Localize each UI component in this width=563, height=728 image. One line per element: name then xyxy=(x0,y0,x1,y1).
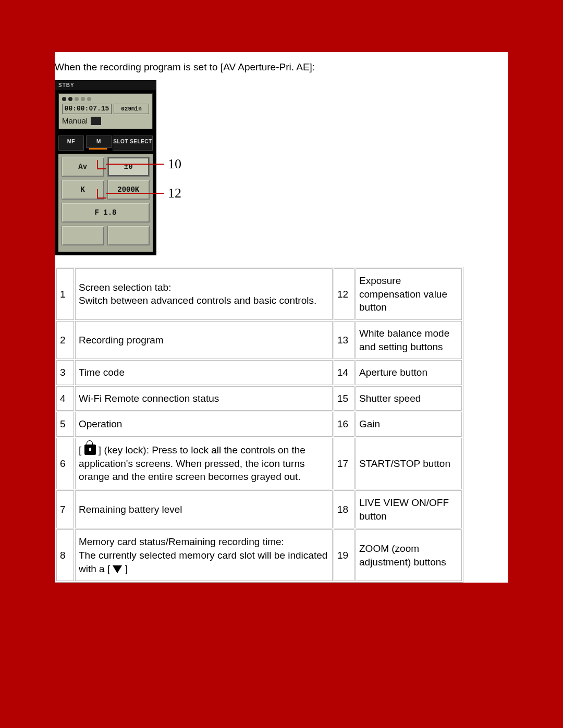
manual-page: When the recording program is set to [AV… xyxy=(55,52,508,583)
legend-desc: Exposure compensation value button xyxy=(356,268,462,320)
table-row: 4 Wi-Fi Remote connection status 15 Shut… xyxy=(56,386,462,411)
legend-num: 6 xyxy=(56,438,74,489)
callout-number: 12 xyxy=(164,187,181,200)
device-status: STBY xyxy=(55,81,156,90)
intro-text: When the recording program is set to [AV… xyxy=(55,61,508,80)
legend-desc: Time code xyxy=(75,360,333,385)
legend-text: Memory card status/Remaining recording t… xyxy=(79,535,329,549)
legend-desc: Operation xyxy=(75,412,333,437)
tab-dot xyxy=(87,97,91,101)
callout-12: 12 xyxy=(164,187,181,200)
table-row: 8 Memory card status/Remaining recording… xyxy=(56,529,462,581)
legend-desc: Screen selection tab: Switch between adv… xyxy=(75,268,333,320)
legend-num: 17 xyxy=(334,438,354,489)
legend-num: 2 xyxy=(56,321,74,359)
mf-button[interactable]: MF xyxy=(58,135,84,151)
legend-desc: Aperture button xyxy=(356,360,462,385)
legend-desc: White balance mode and setting buttons xyxy=(356,321,462,359)
legend-num: 15 xyxy=(334,386,354,411)
legend-num: 19 xyxy=(334,529,354,581)
legend-desc: LIVE VIEW ON/OFF button xyxy=(356,490,462,528)
timecode-display: 00:00:07.15 xyxy=(62,104,112,114)
m-underline xyxy=(89,148,107,150)
legend-desc: Recording program xyxy=(75,321,333,359)
legend-desc: Remaining battery level xyxy=(75,490,333,528)
device-callout-area: STBY 00:00:07.15 029min Manual xyxy=(55,80,508,255)
legend-num: 4 xyxy=(56,386,74,411)
legend-num: 12 xyxy=(334,268,354,320)
table-row: 3 Time code 14 Aperture button xyxy=(56,360,462,385)
table-row: 6 [ ] (key lock): Press to lock all the … xyxy=(56,438,462,489)
device-button-row: MF M SLOT SELECT xyxy=(55,132,156,154)
lock-icon xyxy=(84,445,96,455)
wb-value-button[interactable]: 2000K xyxy=(107,180,150,200)
m-button[interactable]: M xyxy=(86,135,112,148)
screen-tab-dots xyxy=(62,97,149,101)
callout-10: 10 xyxy=(164,157,181,171)
blank-button[interactable] xyxy=(107,226,150,245)
legend-num: 18 xyxy=(334,490,354,528)
legend-num: 14 xyxy=(334,360,354,385)
table-row: 7 Remaining battery level 18 LIVE VIEW O… xyxy=(56,490,462,528)
legend-desc: [ ] (key lock): Press to lock all the co… xyxy=(75,438,333,489)
callout-column: 10 12 xyxy=(164,80,181,200)
legend-desc: Shutter speed xyxy=(356,386,462,411)
table-row: 1 Screen selection tab: Switch between a… xyxy=(56,268,462,320)
legend-num: 1 xyxy=(56,268,74,320)
callout-number: 10 xyxy=(164,157,181,171)
table-row: 2 Recording program 13 White balance mod… xyxy=(56,321,462,359)
tab-dot xyxy=(68,97,72,101)
legend-desc: START/STOP button xyxy=(356,438,462,489)
blank-button[interactable] xyxy=(62,226,104,245)
callout-line xyxy=(106,193,164,194)
tab-dot xyxy=(75,97,79,101)
legend-num: 13 xyxy=(334,321,354,359)
legend-desc: Wi-Fi Remote connection status xyxy=(75,386,333,411)
legend-table: 1 Screen selection tab: Switch between a… xyxy=(55,267,463,583)
legend-num: 16 xyxy=(334,412,354,437)
mode-label: Manual xyxy=(62,116,88,126)
device-lcd-panel: 00:00:07.15 029min Manual xyxy=(58,93,153,129)
aperture-button[interactable]: F 1.8 xyxy=(62,203,150,223)
slot-select-button[interactable]: SLOT SELECT xyxy=(113,135,153,151)
legend-desc: Gain xyxy=(356,412,462,437)
legend-desc: ZOOM (zoom adjustment) buttons xyxy=(356,529,462,581)
legend-num: 8 xyxy=(56,529,74,581)
legend-desc: Memory card status/Remaining recording t… xyxy=(75,529,333,581)
exposure-comp-button[interactable]: ±0 xyxy=(107,157,150,177)
legend-text: Screen selection tab: Switch between adv… xyxy=(79,282,316,306)
mode-row: Manual xyxy=(62,116,149,126)
remaining-time-display: 029min xyxy=(114,104,149,114)
legend-text: The currently selected memory card slot … xyxy=(79,549,329,575)
tab-dot xyxy=(62,97,66,101)
legend-num: 7 xyxy=(56,490,74,528)
mode-icon xyxy=(91,117,101,125)
triangle-down-icon xyxy=(113,565,122,573)
table-row: 5 Operation 16 Gain xyxy=(56,412,462,437)
legend-num: 5 xyxy=(56,412,74,437)
legend-text: ] (key lock): Press to lock all the cont… xyxy=(79,445,305,482)
callout-line xyxy=(106,164,164,165)
tab-dot xyxy=(81,97,85,101)
legend-num: 3 xyxy=(56,360,74,385)
legend-text: [ xyxy=(79,445,84,455)
